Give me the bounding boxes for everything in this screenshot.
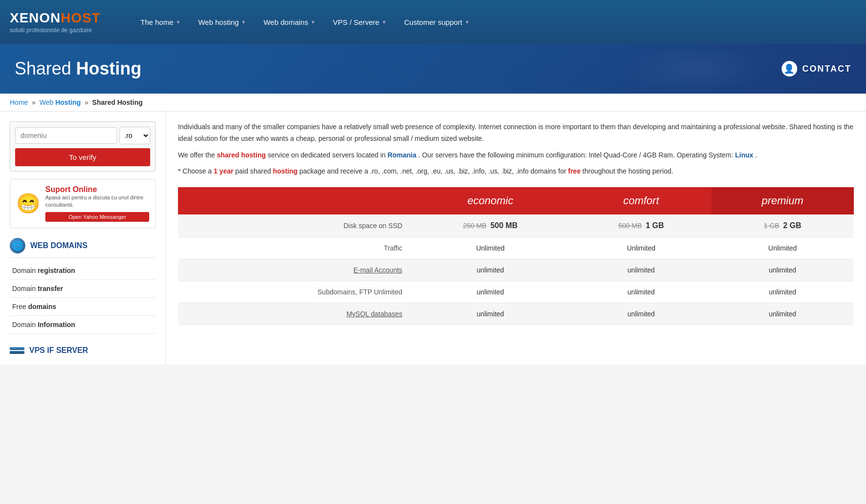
nav-item-webhosting[interactable]: Web hosting ▼ xyxy=(189,13,255,31)
row-comfort-traffic: Unlimited xyxy=(571,237,711,259)
contact-button[interactable]: 👤 CONTACT xyxy=(782,61,851,77)
content-para2: We offer the shared hosting service on d… xyxy=(178,150,854,161)
domain-input[interactable] xyxy=(15,127,117,144)
row-economic-traffic: Unlimited xyxy=(410,237,571,259)
main-layout: .ro .com .net .org .eu .info .biz To ver… xyxy=(0,112,866,365)
row-comfort-mysql: unlimited xyxy=(571,303,711,325)
breadcrumb-home[interactable]: Home xyxy=(10,98,28,106)
page-title: Shared Hosting xyxy=(15,58,141,79)
nav-item-support[interactable]: Customer support ▼ xyxy=(395,13,478,31)
domain-search-box: .ro .com .net .org .eu .info .biz To ver… xyxy=(10,121,156,172)
logo-host: HOST xyxy=(61,10,101,25)
support-desc: Apasa aici pentru a discuta cu unul dint… xyxy=(45,194,149,209)
nav-item-home[interactable]: The home ▼ xyxy=(132,13,189,31)
row-economic-email: unlimited xyxy=(410,259,571,281)
table-row: Subdomains, FTP Unlimited unlimited unli… xyxy=(178,281,854,303)
row-label-disk: Disk space on SSD xyxy=(178,214,410,237)
row-premium-mysql: unlimited xyxy=(711,303,854,325)
nav-item-webdomains[interactable]: Web domains ▼ xyxy=(255,13,324,31)
sidebar-item-domain-registration[interactable]: Domain registration xyxy=(10,262,156,280)
row-comfort-email: unlimited xyxy=(571,259,711,281)
row-economic-disk: 250 MB 500 MB xyxy=(410,214,571,237)
sidebar-item-domain-info[interactable]: Domain Information xyxy=(10,316,156,334)
main-content: Individuals and many of the smaller comp… xyxy=(166,112,866,365)
yahoo-messenger-button[interactable]: Open Yahoo Messanger xyxy=(45,212,149,222)
vps-section-title: VPS IF SERVER xyxy=(10,341,156,355)
pricing-header-comfort: comfort xyxy=(571,187,711,214)
support-emoji-icon: 😁 xyxy=(16,192,40,215)
chevron-down-icon: ▼ xyxy=(311,19,315,25)
row-premium-traffic: Unlimited xyxy=(711,237,854,259)
row-comfort-subdomains: unlimited xyxy=(571,281,711,303)
verify-button[interactable]: To verify xyxy=(15,148,150,166)
nav-links: The home ▼ Web hosting ▼ Web domains ▼ V… xyxy=(132,13,478,31)
table-row: Traffic Unlimited Unlimited Unlimited xyxy=(178,237,854,259)
navbar: XENONHOST solutii profesioniste de gazdu… xyxy=(0,0,866,44)
breadcrumb-current: Shared Hosting xyxy=(92,98,142,106)
pricing-header-premium: premium xyxy=(711,187,854,214)
domain-search-row: .ro .com .net .org .eu .info .biz xyxy=(15,127,150,144)
row-label-traffic: Traffic xyxy=(178,237,410,259)
logo-subtitle: solutii profesioniste de gazduire xyxy=(10,27,92,34)
chevron-down-icon: ▼ xyxy=(382,19,387,25)
breadcrumb: Home » Web Hosting » Shared Hosting xyxy=(0,94,866,112)
table-row: E-mail Accounts unlimited unlimited unli… xyxy=(178,259,854,281)
chevron-down-icon: ▼ xyxy=(241,19,246,25)
row-label-mysql: MySQL databases xyxy=(178,303,410,325)
row-premium-subdomains: unlimited xyxy=(711,281,854,303)
row-premium-disk: 1 GB 2 GB xyxy=(711,214,854,237)
row-economic-mysql: unlimited xyxy=(410,303,571,325)
table-row: MySQL databases unlimited unlimited unli… xyxy=(178,303,854,325)
support-box: 😁 Suport Online Apasa aici pentru a disc… xyxy=(10,179,156,228)
header-band: Shared Hosting 👤 CONTACT xyxy=(0,44,866,94)
chevron-down-icon: ▼ xyxy=(465,19,470,25)
logo-xenon: XENON xyxy=(10,10,61,25)
logo: XENONHOST solutii profesioniste de gazdu… xyxy=(10,10,122,34)
table-row: Disk space on SSD 250 MB 500 MB 500 MB 1… xyxy=(178,214,854,237)
chevron-down-icon: ▼ xyxy=(176,19,181,25)
content-para3: * Choose a 1 year paid shared hosting pa… xyxy=(178,166,854,177)
support-title: Suport Online xyxy=(45,185,149,194)
row-label-subdomains: Subdomains, FTP Unlimited xyxy=(178,281,410,303)
tld-select[interactable]: .ro .com .net .org .eu .info .biz xyxy=(119,127,150,144)
vps-server-icon xyxy=(10,347,24,354)
row-premium-email: unlimited xyxy=(711,259,854,281)
row-comfort-disk: 500 MB 1 GB xyxy=(571,214,711,237)
sidebar-item-domain-transfer[interactable]: Domain transfer xyxy=(10,280,156,298)
content-para1: Individuals and many of the smaller comp… xyxy=(178,121,854,145)
nav-item-vps[interactable]: VPS / Servere ▼ xyxy=(324,13,395,31)
user-icon: 👤 xyxy=(782,61,797,77)
content-description: Individuals and many of the smaller comp… xyxy=(178,121,854,177)
breadcrumb-web-hosting[interactable]: Web Hosting xyxy=(39,98,82,106)
globe-icon: 🌐 xyxy=(10,238,25,253)
row-economic-subdomains: unlimited xyxy=(410,281,571,303)
sidebar-item-free-domains[interactable]: Free domains xyxy=(10,298,156,316)
web-domains-section: 🌐 WEB DOMAINS Domain registration Domain… xyxy=(10,238,156,334)
pricing-header-empty xyxy=(178,187,410,214)
support-text: Suport Online Apasa aici pentru a discut… xyxy=(45,185,149,222)
sidebar: .ro .com .net .org .eu .info .biz To ver… xyxy=(0,112,166,365)
logo-text: XENONHOST xyxy=(10,10,100,26)
pricing-header-economic: economic xyxy=(410,187,571,214)
pricing-table: economic comfort premium Disk space on S… xyxy=(178,187,854,325)
web-domains-title: 🌐 WEB DOMAINS xyxy=(10,238,156,258)
row-label-email: E-mail Accounts xyxy=(178,259,410,281)
